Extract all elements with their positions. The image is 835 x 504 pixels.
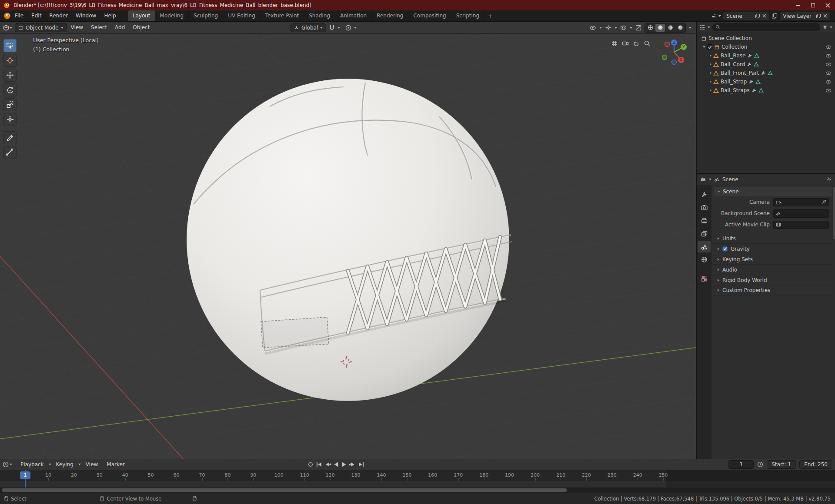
tab-uv-editing[interactable]: UV Editing [223,10,261,21]
show-overlays-icon[interactable] [620,25,627,30]
collection-expand-icon[interactable] [703,46,705,48]
tab-scripting[interactable]: Scripting [451,10,484,21]
expand-icon[interactable] [710,80,711,83]
start-frame-field[interactable]: Start: 1 [767,460,796,469]
grid-ortho-icon[interactable] [611,40,618,47]
tab-sculpting[interactable]: Sculpting [189,10,223,21]
filter-caret[interactable] [830,27,832,28]
scene-selector[interactable]: Scene [723,12,770,20]
blender-menu-icon[interactable] [3,12,11,20]
timeline-menu-view[interactable]: View [82,459,102,470]
outliner-row-ball-cord[interactable]: Ball_Cord [697,60,835,69]
play-button[interactable] [341,461,347,468]
visibility-caret[interactable] [599,27,602,29]
tab-output-properties[interactable] [698,215,711,226]
tab-world-properties[interactable] [698,254,711,265]
object-visibility-icon[interactable] [589,25,596,31]
tab-view-layer-properties[interactable] [698,228,711,239]
tool-transform[interactable] [3,113,17,126]
section-audio[interactable]: Audio [713,264,833,275]
section-custom-properties[interactable]: Custom Properties [713,285,833,295]
tab-tool-properties[interactable] [698,189,711,200]
tool-measure[interactable] [3,146,17,159]
tool-scale[interactable] [3,98,17,111]
menu-file[interactable]: File [11,10,27,21]
minimize-button[interactable] [791,0,805,10]
proportional-caret[interactable] [354,27,357,29]
pin-icon[interactable] [827,176,832,182]
menu-render[interactable]: Render [45,10,72,21]
collection-checkbox[interactable] [707,44,712,50]
editor-type-icon[interactable] [3,24,10,31]
background-scene-field[interactable] [773,209,829,218]
scene-dropdown-caret[interactable] [718,15,721,17]
playhead-frame-badge[interactable]: 1 [20,471,30,479]
shading-solid-button[interactable] [655,24,665,32]
eye-icon[interactable] [825,62,832,67]
add-workspace-button[interactable]: + [484,11,496,21]
timeline-editor-caret[interactable] [10,464,12,465]
camera-field[interactable] [773,198,829,206]
tab-render-properties[interactable] [698,202,711,213]
camera-view-icon[interactable] [622,40,629,47]
snap-magnet-icon[interactable] [329,25,335,31]
viewport-canvas[interactable]: User Perspective (Local) (1) Collection [0,34,696,459]
view-layer-icon[interactable] [772,13,778,19]
eye-icon[interactable] [825,88,832,93]
editor-type-caret[interactable] [10,27,12,29]
zoom-icon[interactable] [644,40,651,47]
preview-range-clock-icon[interactable] [757,461,763,468]
navigation-gizmo[interactable]: Z Y X [659,37,689,67]
medicine-ball-object[interactable] [187,79,512,401]
current-frame-field[interactable]: 1 [728,460,754,469]
tool-select-box[interactable] [3,39,17,52]
menu-help[interactable]: Help [100,10,120,21]
expand-icon[interactable] [710,72,711,74]
gizmo-caret[interactable] [615,27,617,29]
expand-icon[interactable] [710,63,711,66]
viewport-menu-view[interactable]: View [67,22,87,33]
close-button[interactable] [820,0,835,10]
tool-rotate[interactable] [3,83,17,96]
tab-shading[interactable]: Shading [304,10,335,21]
tool-move[interactable] [3,69,17,82]
tab-texture-paint[interactable]: Texture Paint [261,10,304,21]
maximize-button[interactable] [805,0,820,10]
eyedropper-icon[interactable] [821,199,826,205]
section-rigid-body-world[interactable]: Rigid Body World [713,275,833,285]
snap-caret[interactable] [337,27,340,29]
new-scene-icon[interactable] [755,13,760,19]
mode-dropdown[interactable]: Object Mode [15,23,67,32]
scene-panel-header[interactable]: Scene [714,187,832,196]
unlink-scene-icon[interactable] [762,14,766,18]
section-units[interactable]: Units [713,233,833,243]
active-movie-clip-field[interactable] [773,221,829,229]
play-reverse-button[interactable] [333,461,339,468]
timeline-menu-keying[interactable]: Keying [52,459,77,470]
properties-editor-caret[interactable] [709,179,711,180]
outliner-row-ball-front-part[interactable]: Ball_Front_Part [697,69,835,77]
properties-scrollbar[interactable] [833,187,835,239]
shading-wireframe-button[interactable] [645,24,655,32]
eye-icon[interactable] [825,45,832,50]
tab-rendering[interactable]: Rendering [372,10,408,21]
menu-window[interactable]: Window [72,10,100,21]
shading-material-button[interactable] [665,24,675,32]
pan-hand-icon[interactable] [633,40,640,47]
tab-texture-properties[interactable] [698,273,711,285]
viewport-menu-object[interactable]: Object [129,22,154,33]
jump-to-end-button[interactable] [357,462,364,467]
orientation-dropdown[interactable]: Global [291,23,326,32]
jump-to-start-button[interactable] [316,462,323,467]
menu-edit[interactable]: Edit [27,10,45,21]
remove-view-layer-icon[interactable] [823,14,827,18]
view-layer-selector[interactable]: View Layer [779,12,831,20]
outliner-editor-icon[interactable] [699,24,705,30]
timeline-menu-marker[interactable]: Marker [103,459,128,470]
outliner-row-ball-base[interactable]: Ball_Base [697,51,835,60]
shading-rendered-button[interactable] [675,24,685,32]
expand-icon[interactable] [710,89,711,92]
section-keying-sets[interactable]: Keying Sets [713,254,833,264]
timeline-body[interactable]: 1020304050607080901001101201301401501601… [0,470,835,487]
tab-compositing[interactable]: Compositing [408,10,451,21]
